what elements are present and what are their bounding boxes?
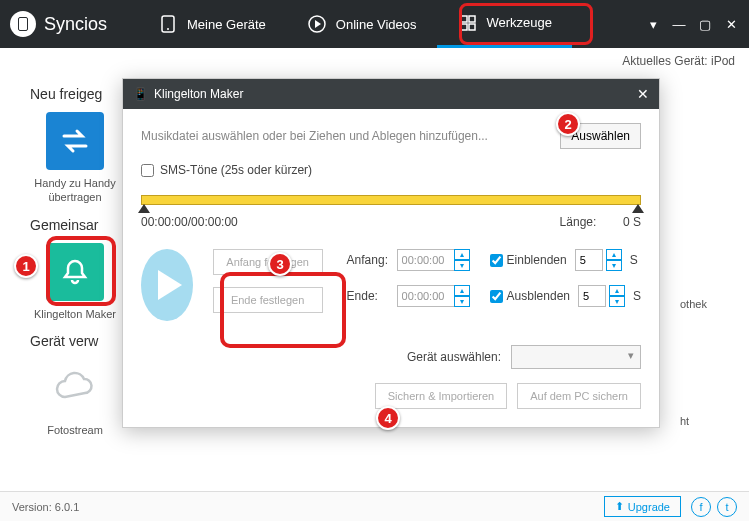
device-select-label: Gerät auswählen: — [407, 350, 501, 364]
top-bar: Syncios Meine Geräte Online Videos Werkz… — [0, 0, 749, 48]
sms-label: SMS-Töne (25s oder kürzer) — [160, 163, 312, 177]
app-name: Syncios — [44, 14, 107, 35]
fadein-checkbox[interactable] — [490, 254, 503, 267]
length-value: 0 S — [623, 215, 641, 229]
transfer-icon — [46, 112, 104, 170]
app-logo: Syncios — [10, 11, 107, 37]
svg-rect-6 — [469, 24, 475, 30]
callout-3: 3 — [268, 252, 292, 276]
upload-icon: ⬆ — [615, 500, 624, 513]
nav-devices-label: Meine Geräte — [187, 17, 266, 32]
tile-fotostream-label: Fotostream — [47, 423, 103, 437]
end-handle[interactable] — [632, 204, 644, 213]
play-icon — [158, 270, 182, 300]
end-label: Ende: — [347, 289, 391, 303]
phone-icon: 📱 — [133, 87, 148, 101]
menu-icon[interactable]: ▾ — [645, 17, 661, 32]
set-end-button[interactable]: Ende festlegen — [213, 287, 323, 313]
twitter-icon[interactable]: t — [717, 497, 737, 517]
nav-tools-label: Werkzeuge — [487, 15, 553, 30]
tile-transfer-label: Handy zu Handy übertragen — [34, 176, 115, 205]
dialog-header: 📱 Klingelton Maker ✕ — [123, 79, 659, 109]
length-label: Länge: — [560, 215, 597, 229]
current-device: Aktuelles Gerät: iPod — [622, 54, 735, 68]
close-window-button[interactable]: ✕ — [723, 17, 739, 32]
save-pc-button[interactable]: Auf dem PC sichern — [517, 383, 641, 409]
time-display: 00:00:00/00:00:00 — [141, 215, 238, 229]
fadein-down[interactable]: ▾ — [606, 260, 622, 271]
svg-rect-4 — [469, 16, 475, 22]
callout-2: 2 — [556, 112, 580, 136]
logo-icon — [10, 11, 36, 37]
maximize-button[interactable]: ▢ — [697, 17, 713, 32]
tile-ringtone[interactable]: Klingelton Maker — [30, 243, 120, 321]
dialog-title: Klingelton Maker — [154, 87, 243, 101]
fadeout-label: Ausblenden — [507, 289, 570, 303]
start-up[interactable]: ▴ — [454, 249, 470, 260]
end-down[interactable]: ▾ — [454, 296, 470, 307]
nav-videos[interactable]: Online Videos — [286, 0, 437, 48]
fadein-up[interactable]: ▴ — [606, 249, 622, 260]
play-circle-icon — [306, 13, 328, 35]
fadeout-input[interactable] — [578, 285, 606, 307]
audio-track[interactable] — [141, 195, 641, 205]
start-label: Anfang: — [347, 253, 391, 267]
callout-4: 4 — [376, 406, 400, 430]
svg-point-1 — [167, 28, 169, 30]
nav-videos-label: Online Videos — [336, 17, 417, 32]
fadein-label: Einblenden — [507, 253, 567, 267]
svg-rect-3 — [461, 16, 467, 22]
partial-label-library: othek — [680, 298, 707, 310]
play-button[interactable] — [141, 249, 193, 321]
bell-icon — [46, 243, 104, 301]
sms-checkbox[interactable] — [141, 164, 154, 177]
version-label: Version: 6.0.1 — [12, 501, 79, 513]
nav-tools[interactable]: Werkzeuge — [437, 0, 573, 48]
sec-unit-2: S — [633, 289, 641, 303]
upgrade-button[interactable]: ⬆ Upgrade — [604, 496, 681, 517]
minimize-button[interactable]: — — [671, 17, 687, 32]
status-bar: Aktuelles Gerät: iPod — [0, 48, 749, 74]
dialog-body: Musikdatei auswählen oder bei Ziehen und… — [123, 109, 659, 427]
ringtone-maker-dialog: 📱 Klingelton Maker ✕ Musikdatei auswähle… — [122, 78, 660, 428]
window-controls: ▾ — ▢ ✕ — [645, 17, 739, 32]
start-down[interactable]: ▾ — [454, 260, 470, 271]
end-input[interactable] — [397, 285, 455, 307]
facebook-icon[interactable]: f — [691, 497, 711, 517]
fadeout-up[interactable]: ▴ — [609, 285, 625, 296]
tile-ringtone-label: Klingelton Maker — [34, 307, 116, 321]
cloud-icon — [46, 359, 104, 417]
fadein-input[interactable] — [575, 249, 603, 271]
tablet-icon — [157, 13, 179, 35]
tile-transfer[interactable]: Handy zu Handy übertragen — [30, 112, 120, 205]
file-hint: Musikdatei auswählen oder bei Ziehen und… — [141, 129, 488, 143]
fadeout-checkbox[interactable] — [490, 290, 503, 303]
close-icon[interactable]: ✕ — [637, 86, 649, 102]
device-select[interactable] — [511, 345, 641, 369]
footer: Version: 6.0.1 ⬆ Upgrade f t — [0, 491, 749, 521]
save-import-button[interactable]: Sichern & Importieren — [375, 383, 507, 409]
callout-1: 1 — [14, 254, 38, 278]
sec-unit-1: S — [630, 253, 638, 267]
start-input[interactable] — [397, 249, 455, 271]
grid-icon — [457, 12, 479, 34]
svg-rect-5 — [461, 24, 467, 30]
end-up[interactable]: ▴ — [454, 285, 470, 296]
partial-label-save: ht — [680, 415, 689, 427]
tile-fotostream[interactable]: Fotostream — [30, 359, 120, 437]
fadeout-down[interactable]: ▾ — [609, 296, 625, 307]
nav-devices[interactable]: Meine Geräte — [137, 0, 286, 48]
start-handle[interactable] — [138, 204, 150, 213]
upgrade-label: Upgrade — [628, 501, 670, 513]
